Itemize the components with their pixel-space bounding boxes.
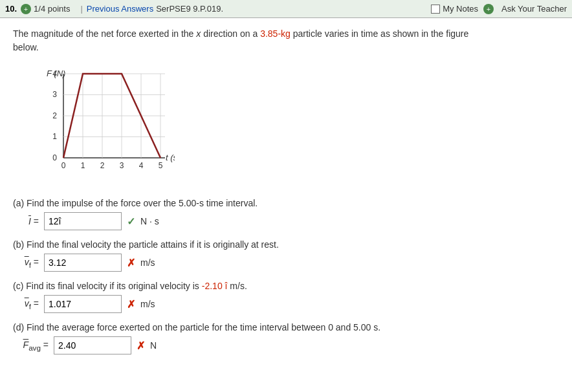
force-graph: F (N) 0 1 2 3 4 0 1 2 [39, 67, 175, 180]
part-d-text: (d) Find the average force exerted on th… [13, 322, 380, 332]
part-d-vector-label: Favg = [13, 340, 49, 352]
points-icon-button[interactable]: + [21, 4, 31, 14]
svg-text:0: 0 [52, 153, 57, 162]
notes-checkbox[interactable] [431, 5, 440, 14]
part-b-answer-row: vf = ✗ m/s [13, 254, 559, 272]
part-a-check-icon: ✓ [127, 215, 135, 228]
ask-teacher-icon-button[interactable]: + [483, 4, 494, 14]
part-a-vector-label: I = [13, 216, 39, 226]
part-c-input[interactable] [44, 295, 122, 313]
part-c-text-after: m/s. [230, 281, 247, 291]
part-a-text: (a) Find the impulse of the force over t… [13, 198, 258, 208]
part-d-section: (d) Find the average force exerted on th… [13, 322, 559, 354]
svg-text:1: 1 [52, 132, 57, 141]
problem-text-middle: direction on a [201, 28, 260, 39]
part-c-highlight: -2.10 î [202, 281, 228, 291]
part-a-section: (a) Find the impulse of the force over t… [13, 198, 559, 230]
svg-text:1: 1 [81, 161, 85, 170]
part-a-input[interactable] [44, 212, 122, 230]
part-a-label: (a) Find the impulse of the force over t… [13, 198, 559, 208]
part-d-label: (d) Find the average force exerted on th… [13, 322, 559, 332]
main-content: The magnitude of the net force exerted i… [0, 18, 572, 364]
part-b-section: (b) Find the final velocity the particle… [13, 239, 559, 272]
problem-id: SerPSE9 9.P.019. [156, 4, 223, 14]
part-b-vector-label: vf = [13, 257, 39, 269]
part-d-input[interactable] [54, 336, 131, 354]
previous-answers-link[interactable]: Previous Answers [87, 4, 153, 14]
part-d-cross-icon: ✗ [137, 340, 145, 352]
part-a-unit: N · s [140, 216, 159, 226]
header-bar: 10. + 1/4 points | Previous Answers SerP… [0, 0, 572, 18]
part-b-text: (b) Find the final velocity the particle… [13, 239, 279, 250]
part-c-vector-label: vf = [13, 298, 39, 310]
svg-text:5: 5 [159, 161, 163, 170]
part-c-cross-icon: ✗ [127, 298, 135, 310]
svg-text:0: 0 [61, 161, 66, 170]
part-c-section: (c) Find its final velocity if its origi… [13, 281, 559, 313]
svg-text:t (s): t (s) [166, 153, 175, 162]
part-c-answer-row: vf = ✗ m/s [13, 295, 559, 313]
problem-text: The magnitude of the net force exerted i… [13, 27, 559, 54]
svg-text:3: 3 [120, 161, 124, 170]
svg-text:2: 2 [100, 161, 105, 170]
problem-text-before: The magnitude of the net force exerted i… [13, 28, 196, 39]
part-a-answer-row: I = ✓ N · s [13, 212, 559, 230]
my-notes-label: My Notes [443, 4, 478, 14]
svg-text:4: 4 [139, 161, 144, 170]
part-b-input[interactable] [44, 254, 122, 272]
question-number: 10. [5, 4, 17, 14]
part-d-answer-row: Favg = ✗ N [13, 336, 559, 354]
svg-text:2: 2 [52, 111, 57, 120]
part-b-label: (b) Find the final velocity the particle… [13, 239, 559, 250]
part-b-cross-icon: ✗ [127, 257, 135, 269]
points-text: 1/4 points [34, 4, 70, 14]
part-c-text-before: (c) Find its final velocity if its origi… [13, 281, 199, 291]
part-c-label: (c) Find its final velocity if its origi… [13, 281, 559, 291]
header-right-section: My Notes + Ask Your Teacher [431, 4, 567, 14]
graph-container: F (N) 0 1 2 3 4 0 1 2 [39, 67, 175, 182]
mass-highlight: 3.85-kg [260, 28, 291, 39]
part-c-unit: m/s [140, 299, 155, 309]
part-b-unit: m/s [140, 257, 155, 268]
separator: | [80, 4, 82, 14]
svg-text:4: 4 [52, 69, 57, 78]
part-d-unit: N [150, 340, 157, 351]
my-notes-area: My Notes [431, 4, 478, 14]
svg-text:3: 3 [52, 90, 57, 99]
ask-teacher-label: Ask Your Teacher [501, 4, 567, 14]
